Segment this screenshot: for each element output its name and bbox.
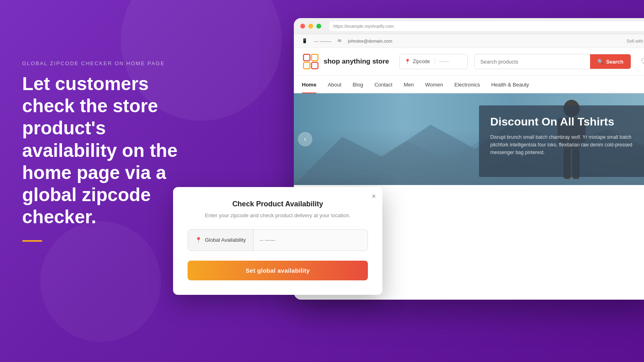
- browser-topbar: https://example.myshopify.com: [294, 18, 644, 34]
- modal-input-row: 📍 Global Availability: [188, 229, 368, 251]
- modal-location-icon: 📍: [195, 237, 202, 243]
- left-panel-subtitle: GLOBAL ZIPCODE CHECKER ON HOME PAGE: [22, 60, 203, 66]
- topbar-email: johndoe@domain.com: [348, 39, 392, 43]
- topbar-phone: --- --------: [314, 39, 331, 43]
- modal-zipcode-input[interactable]: [254, 230, 367, 251]
- store-hero: Discount On All Tshirts Disrupt brunch s…: [294, 93, 644, 185]
- topbar-email-icon: ✉: [338, 38, 341, 43]
- svg-rect-3: [312, 62, 318, 69]
- hero-prev-button[interactable]: ‹: [298, 132, 312, 146]
- zipcode-label: 📍 Zipcode: [400, 59, 435, 64]
- nav-item-electronics[interactable]: Electronics: [454, 76, 480, 93]
- svg-rect-1: [312, 54, 318, 61]
- browser-close-dot[interactable]: [300, 24, 305, 29]
- search-button[interactable]: 🔍 Search: [590, 54, 631, 69]
- modal-close-button[interactable]: ×: [372, 193, 376, 200]
- search-input[interactable]: [475, 59, 590, 65]
- browser-expand-dot[interactable]: [316, 24, 321, 29]
- svg-rect-2: [303, 62, 310, 69]
- search-button-label: Search: [606, 59, 623, 65]
- hero-overlay: Discount On All Tshirts Disrupt brunch s…: [479, 105, 644, 177]
- availability-modal: × Check Product Availability Enter your …: [173, 187, 382, 295]
- browser-url-bar[interactable]: https://example.myshopify.com: [329, 21, 644, 31]
- nav-item-home[interactable]: Home: [302, 76, 316, 93]
- store-nav: Home About Blog Contact Men Women Electr…: [294, 76, 644, 93]
- store-name: shop anything store: [324, 58, 389, 66]
- search-icon: 🔍: [597, 59, 604, 65]
- hero-description: Disrupt brunch small batch chambray wolf…: [490, 134, 637, 157]
- location-icon: 📍: [405, 59, 411, 64]
- logo-icon: [302, 53, 320, 70]
- svg-rect-0: [303, 54, 310, 61]
- nav-item-health-beauty[interactable]: Health & Beauty: [491, 76, 529, 93]
- browser-minimize-dot[interactable]: [308, 24, 313, 29]
- hero-title: Discount On All Tshirts: [490, 115, 637, 129]
- modal-subtitle: Enter your zipcode and check product del…: [188, 212, 368, 220]
- nav-item-contact[interactable]: Contact: [374, 76, 392, 93]
- nav-item-men[interactable]: Men: [404, 76, 414, 93]
- nav-item-women[interactable]: Women: [425, 76, 443, 93]
- modal-input-label: 📍 Global Availability: [188, 230, 254, 251]
- zipcode-input-value: ------: [435, 59, 467, 64]
- nav-item-blog[interactable]: Blog: [353, 76, 363, 93]
- store-topbar: 📱 --- -------- ✉ johndoe@domain.com Sell…: [294, 34, 644, 48]
- topbar-phone-icon: 📱: [302, 38, 308, 43]
- url-text: https://example.myshopify.com: [333, 24, 394, 29]
- wishlist-icon[interactable]: ♡: [641, 57, 644, 66]
- modal-submit-button[interactable]: Set global availability: [188, 261, 368, 280]
- search-bar[interactable]: 🔍 Search: [474, 54, 631, 69]
- nav-item-about[interactable]: About: [328, 76, 341, 93]
- topbar-sell-with: Sell with ...: [627, 39, 644, 43]
- modal-title: Check Product Availability: [188, 200, 368, 208]
- store-header: shop anything store 📍 Zipcode ------ 🔍 S…: [294, 48, 644, 76]
- store-logo: shop anything store: [302, 53, 389, 70]
- left-panel-divider: [22, 240, 42, 242]
- zipcode-widget[interactable]: 📍 Zipcode ------: [399, 54, 468, 69]
